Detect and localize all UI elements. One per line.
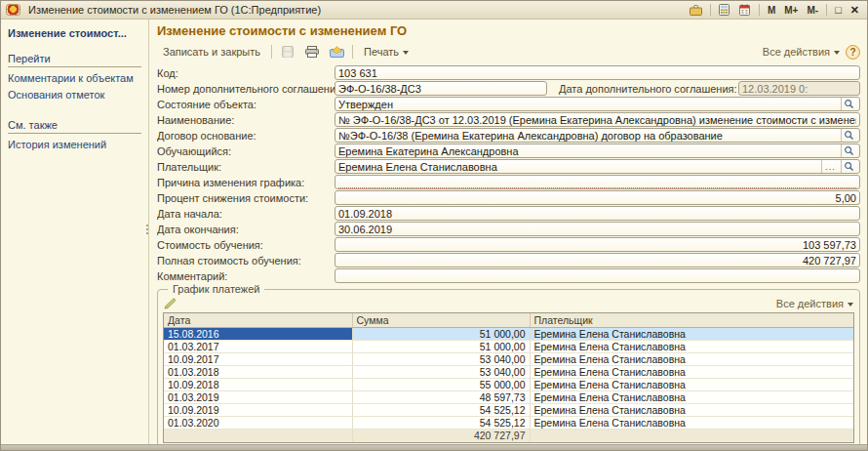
field-row-contract-base: Договор основание: №ЭФ-О-16/38 (Еремина … — [157, 128, 860, 143]
choose-button[interactable]: ... — [821, 160, 839, 173]
app-logo-icon — [6, 4, 20, 16]
payments-total: 420 727,97 — [352, 430, 530, 442]
field-row-change-reason: Причина изменения графика: — [157, 175, 860, 189]
chevron-down-icon — [848, 303, 853, 307]
lookup-icon[interactable] — [841, 144, 856, 157]
payments-table-body: 15.08.201651 000,00Еремина Елена Станисл… — [164, 328, 853, 430]
tuition-cost-field[interactable]: 103 597,73 — [335, 237, 860, 252]
table-total-row: 420 727,97 — [164, 430, 853, 442]
table-cell[interactable]: Еремина Елена Станиславовна — [530, 404, 853, 417]
table-cell[interactable]: Еремина Елена Станиславовна — [530, 328, 853, 341]
close-button[interactable]: ✕ — [848, 4, 862, 17]
app-window: Изменение стоимости с изменением ГО (1С:… — [0, 0, 868, 451]
table-header-row: Дата Сумма Плательщик — [164, 313, 853, 328]
table-row[interactable]: 01.03.201751 000,00Еремина Елена Станисл… — [164, 341, 853, 353]
table-cell[interactable]: Еремина Елена Станиславовна — [530, 366, 853, 379]
field-row-payer: Плательщик: Еремина Елена Станиславовна … — [157, 159, 860, 174]
maximize-button[interactable]: □ — [832, 4, 845, 16]
table-cell[interactable]: 54 525,12 — [352, 417, 530, 430]
change-reason-field[interactable] — [335, 175, 860, 189]
table-cell[interactable]: 10.09.2019 — [164, 404, 352, 417]
save-icon[interactable] — [277, 43, 298, 61]
payments-all-actions-button[interactable]: Все действия — [776, 298, 853, 309]
separator — [759, 4, 760, 16]
column-header-date[interactable]: Дата — [164, 313, 352, 328]
table-cell[interactable]: Еремина Елена Станиславовна — [530, 379, 853, 391]
table-cell[interactable]: 48 597,73 — [352, 391, 530, 404]
print-menu-button[interactable]: Печать — [358, 43, 414, 61]
all-actions-button[interactable]: Все действия — [763, 46, 840, 58]
briefcase-icon[interactable] — [688, 3, 705, 18]
table-cell[interactable]: 54 525,12 — [352, 404, 530, 417]
window-title: Изменение стоимости с изменением ГО (1С:… — [28, 4, 321, 16]
table-cell[interactable]: Еремина Елена Станиславовна — [530, 391, 853, 404]
command-bar: Записать и закрыть Печать Все действия ? — [157, 42, 860, 62]
table-cell[interactable]: 55 000,00 — [352, 379, 530, 391]
agreement-number-field[interactable]: ЭФ-О-16/38-ДС3 — [335, 81, 547, 96]
table-cell[interactable]: 01.03.2018 — [164, 366, 352, 379]
table-cell[interactable]: 01.03.2019 — [164, 391, 352, 404]
table-row[interactable]: 10.09.201954 525,12Еремина Елена Станисл… — [164, 404, 853, 417]
memory-m-button[interactable]: M — [765, 5, 778, 16]
agreement-date-field: 12.03.2019 0: — [738, 81, 860, 96]
table-cell[interactable]: Еремина Елена Станиславовна — [530, 353, 853, 366]
lookup-icon[interactable] — [841, 129, 856, 142]
full-cost-field[interactable]: 420 727,97 — [335, 253, 860, 267]
sidebar-item-comments[interactable]: Комментарии к объектам — [8, 72, 141, 84]
table-row[interactable]: 01.03.201853 040,00Еремина Елена Станисл… — [164, 366, 853, 379]
contract-base-label: Договор основание: — [157, 130, 335, 142]
memory-m-plus-button[interactable]: M+ — [781, 5, 801, 16]
object-state-field[interactable]: Утвержден — [335, 97, 860, 111]
sidebar-section-see-also: См. также — [8, 119, 141, 134]
table-row[interactable]: 01.03.201948 597,73Еремина Елена Станисл… — [164, 391, 853, 404]
help-button[interactable]: ? — [846, 45, 860, 60]
lookup-icon[interactable] — [841, 160, 856, 173]
sidebar-current-item[interactable]: Изменение стоимост... — [8, 27, 141, 39]
date-start-field[interactable]: 01.09.2018 — [335, 206, 860, 221]
table-row[interactable]: 10.09.201855 000,00Еремина Елена Станисл… — [164, 379, 853, 391]
table-cell[interactable]: 01.03.2017 — [164, 341, 352, 353]
payer-field[interactable]: Еремина Елена Станиславовна ... — [335, 159, 860, 174]
edit-pencil-icon[interactable] — [164, 297, 181, 310]
table-cell[interactable]: 10.09.2017 — [164, 353, 352, 366]
table-cell[interactable]: 01.03.2020 — [164, 417, 352, 430]
chevron-down-icon — [834, 51, 840, 55]
date-end-label: Дата окончания: — [157, 224, 335, 235]
table-row[interactable]: 01.03.202054 525,12Еремина Елена Станисл… — [164, 417, 853, 430]
field-row-code: Код: 103 631 — [157, 65, 860, 80]
student-field[interactable]: Еремина Екатерина Александровна — [335, 144, 860, 158]
table-cell[interactable]: 51 000,00 — [352, 341, 530, 353]
save-and-close-button[interactable]: Записать и закрыть — [157, 43, 266, 61]
sidebar-item-change-history[interactable]: История изменений — [8, 139, 141, 150]
table-cell[interactable]: 51 000,00 — [352, 328, 530, 341]
agreement-number-label: Номер дополнительного соглашения: — [157, 83, 335, 95]
table-cell[interactable]: Еремина Елена Станиславовна — [530, 417, 853, 430]
column-header-sum[interactable]: Сумма — [352, 313, 530, 328]
field-row-student: Обучающийся: Еремина Екатерина Александр… — [157, 144, 860, 158]
lookup-icon[interactable] — [841, 98, 856, 110]
date-end-field[interactable]: 30.06.2019 — [335, 222, 860, 236]
comment-field[interactable] — [335, 268, 860, 283]
table-cell[interactable]: Еремина Елена Станиславовна — [530, 341, 853, 353]
code-field[interactable]: 103 631 — [335, 65, 860, 80]
table-cell[interactable]: 53 040,00 — [352, 353, 530, 366]
calculator-icon[interactable] — [716, 3, 733, 18]
required-field-underline — [338, 181, 856, 188]
memory-m-minus-button[interactable]: M- — [804, 5, 821, 16]
column-header-payer[interactable]: Плательщик — [530, 313, 853, 328]
contract-base-field[interactable]: №ЭФ-О-16/38 (Еремина Екатерина Александр… — [335, 128, 860, 143]
mail-icon[interactable] — [326, 43, 347, 61]
table-cell[interactable]: 53 040,00 — [352, 366, 530, 379]
separator — [826, 4, 827, 16]
table-row[interactable]: 10.09.201753 040,00Еремина Елена Станисл… — [164, 353, 853, 366]
sidebar-item-mark-bases[interactable]: Основания отметок — [8, 89, 141, 101]
name-field[interactable]: № ЭФ-О-16/38-ДС3 от 12.03.2019 (Еремина … — [335, 112, 860, 127]
table-cell[interactable]: 15.08.2016 — [164, 328, 352, 341]
field-row-discount: Процент снижения стоимости: 5,00 — [157, 190, 860, 205]
print-icon[interactable] — [301, 43, 323, 61]
table-row[interactable]: 15.08.201651 000,00Еремина Елена Станисл… — [164, 328, 853, 341]
table-cell[interactable]: 10.09.2018 — [164, 379, 352, 391]
separator — [710, 4, 711, 16]
calendar-icon[interactable] — [736, 3, 754, 18]
discount-percent-field[interactable]: 5,00 — [335, 190, 860, 205]
